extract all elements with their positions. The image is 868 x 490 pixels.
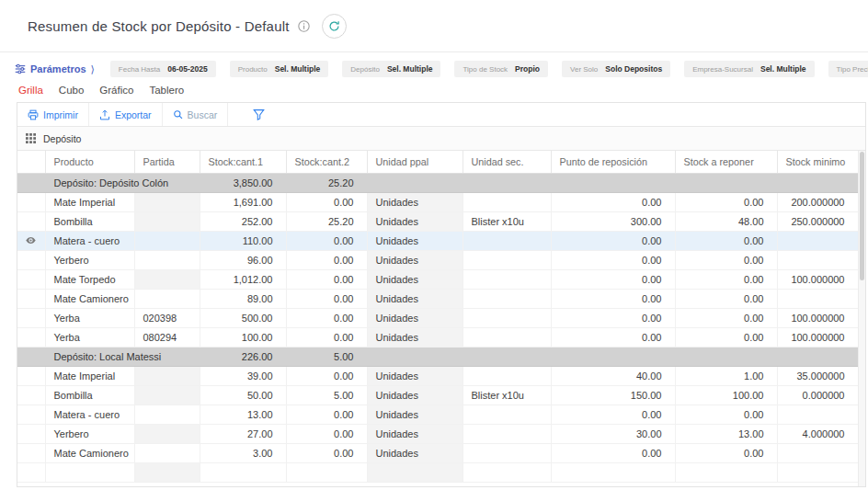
column-header[interactable] bbox=[17, 151, 45, 173]
group-row[interactable]: Depósito: Local Matessi 226.00 5.00 bbox=[17, 347, 858, 366]
sliders-icon bbox=[15, 63, 26, 74]
column-header-unidad-sec-[interactable]: Unidad sec. bbox=[463, 151, 551, 173]
column-header-partida[interactable]: Partida bbox=[134, 151, 200, 173]
table-row[interactable]: Yerbero 27.00 0.00 Unidades 30.00 13.00 … bbox=[17, 424, 858, 443]
row-eye-cell[interactable] bbox=[17, 385, 45, 405]
cell-partida bbox=[134, 231, 200, 250]
search-icon bbox=[173, 109, 183, 120]
parameter-chip-ver-solo[interactable]: Ver Solo Solo Depositos bbox=[562, 61, 670, 77]
column-header-stock-a-reponer[interactable]: Stock a reponer bbox=[675, 151, 777, 173]
row-eye-cell[interactable] bbox=[17, 327, 45, 347]
cell-unidad-ppal: Unidades bbox=[367, 289, 463, 308]
row-eye-cell[interactable] bbox=[17, 405, 45, 424]
table-row[interactable] bbox=[17, 462, 858, 482]
parameters-label: Parámetros bbox=[30, 63, 86, 74]
cell-punto-reposicion: 300.00 bbox=[551, 211, 675, 231]
search-button[interactable]: Buscar bbox=[163, 103, 229, 126]
cell-stock-a-reponer: 48.00 bbox=[675, 211, 777, 231]
column-header-stock-cant-2[interactable]: Stock:cant.2 bbox=[286, 151, 367, 173]
vertical-scrollbar[interactable] bbox=[858, 151, 865, 486]
export-button[interactable]: Exportar bbox=[89, 103, 163, 126]
row-eye-cell[interactable] bbox=[17, 308, 45, 327]
tab-cubo[interactable]: Cubo bbox=[59, 85, 85, 96]
row-eye-cell[interactable] bbox=[17, 289, 45, 308]
cell-unidad-sec: Blister x10u bbox=[463, 211, 551, 231]
parameter-chip-deposito[interactable]: Depósito Sel. Multiple bbox=[342, 61, 440, 77]
cell-partida bbox=[134, 192, 200, 211]
cell-stock-cant1: 39.00 bbox=[200, 366, 286, 385]
parameter-chip-tipo-de-stock[interactable]: Tipo de Stock Propio bbox=[454, 61, 548, 77]
cell-partida bbox=[134, 289, 200, 308]
cell-punto-reposicion: 0.00 bbox=[551, 269, 675, 289]
cell-producto: Matera - cuero bbox=[45, 405, 134, 424]
tab-grafico[interactable]: Gráfico bbox=[99, 85, 133, 96]
cell-unidad-sec bbox=[463, 289, 551, 308]
column-header-unidad-ppal[interactable]: Unidad ppal bbox=[367, 151, 463, 173]
info-icon[interactable] bbox=[298, 20, 310, 32]
cell-punto-reposicion: 0.00 bbox=[551, 308, 675, 327]
row-eye-cell[interactable] bbox=[17, 231, 45, 250]
column-header-producto[interactable]: Producto bbox=[45, 151, 134, 173]
table-row[interactable]: Yerba 020398 500.00 0.00 Unidades 0.00 0… bbox=[17, 308, 858, 327]
printer-icon bbox=[28, 109, 39, 120]
scrollbar-thumb[interactable] bbox=[860, 152, 864, 280]
row-eye-cell[interactable] bbox=[17, 424, 45, 443]
cell-stock-a-reponer: 1.00 bbox=[675, 366, 777, 385]
row-eye-cell[interactable] bbox=[17, 250, 45, 269]
parameter-chip-producto[interactable]: Producto Sel. Multiple bbox=[230, 61, 329, 77]
cell-partida bbox=[134, 366, 200, 385]
table-row[interactable]: Mate Imperial 39.00 0.00 Unidades 40.00 … bbox=[17, 366, 858, 385]
cell-stock-cant2: 0.00 bbox=[286, 231, 367, 250]
table-row[interactable]: Mate Imperial 1,691.00 0.00 Unidades 0.0… bbox=[17, 192, 858, 211]
table-row[interactable]: Matera - cuero 110.00 0.00 Unidades 0.00… bbox=[17, 231, 858, 250]
parameters-toggle[interactable]: Parámetros ⟩ bbox=[15, 63, 95, 75]
cell-stock-minimo bbox=[777, 250, 858, 269]
row-eye-cell[interactable] bbox=[17, 462, 45, 482]
cell-stock-a-reponer: 0.00 bbox=[675, 250, 777, 269]
column-header-stock-cant-1[interactable]: Stock:cant.1 bbox=[200, 151, 286, 173]
cell-stock-cant1: 1,012.00 bbox=[200, 269, 286, 289]
cell-stock-minimo: 0.000000 bbox=[777, 385, 858, 405]
cell-stock-cant2: 0.00 bbox=[286, 192, 367, 211]
group-row[interactable]: Depósito: Depósito Colón 3,850.00 25.20 bbox=[17, 173, 858, 192]
row-eye-cell[interactable] bbox=[17, 443, 45, 462]
page-title: Resumen de Stock por Depósito - Default bbox=[28, 18, 290, 34]
cell-stock-cant2: 5.00 bbox=[286, 385, 367, 405]
cell-partida bbox=[134, 211, 200, 231]
table-row[interactable]: Matera - cuero 13.00 0.00 Unidades 0.00 … bbox=[17, 405, 858, 424]
table-header-row: ProductoPartidaStock:cant.1Stock:cant.2U… bbox=[17, 151, 858, 173]
row-eye-cell[interactable] bbox=[17, 211, 45, 231]
table-row[interactable]: Mate Camionero 89.00 0.00 Unidades 0.00 … bbox=[17, 289, 858, 308]
row-eye-cell[interactable] bbox=[17, 269, 45, 289]
table-row[interactable]: Mate Torpedo 1,012.00 0.00 Unidades 0.00… bbox=[17, 269, 858, 289]
parameter-chip-tipo-precio[interactable]: Tipo Precio Costo Standa bbox=[828, 61, 868, 77]
cell-unidad-sec: Blister x10u bbox=[463, 385, 551, 405]
top-bar: Resumen de Stock por Depósito - Default bbox=[0, 0, 868, 52]
filter-button[interactable] bbox=[253, 103, 265, 126]
parameter-chip-fecha-hasta[interactable]: Fecha Hasta 06-05-2025 bbox=[110, 61, 216, 77]
table-row[interactable]: Bombilla 50.00 5.00 Unidades Blister x10… bbox=[17, 385, 858, 405]
cell-stock-cant1: 96.00 bbox=[200, 250, 286, 269]
tab-tablero[interactable]: Tablero bbox=[149, 85, 184, 96]
row-eye-cell[interactable] bbox=[17, 366, 45, 385]
cell-stock-minimo bbox=[777, 462, 858, 482]
cell-stock-cant1 bbox=[200, 462, 286, 482]
group-by-bar[interactable]: Depósito bbox=[17, 127, 865, 151]
parameter-value: Solo Depositos bbox=[605, 64, 662, 74]
parameter-chip-empresa-sucursal[interactable]: Empresa-Sucursal Sel. Multiple bbox=[684, 61, 814, 77]
table-row[interactable]: Yerba 080294 100.00 0.00 Unidades 0.00 0… bbox=[17, 327, 858, 347]
table-row[interactable]: Mate Camionero 3.00 0.00 Unidades 0.00 0… bbox=[17, 443, 858, 462]
view-tabs: GrillaCuboGráficoTablero bbox=[0, 77, 868, 96]
print-button[interactable]: Imprimir bbox=[17, 103, 89, 126]
column-header-punto-de-reposicion[interactable]: Punto de reposición bbox=[551, 151, 675, 173]
row-eye-cell[interactable] bbox=[17, 192, 45, 211]
table-row[interactable]: Yerbero 96.00 0.00 Unidades 0.00 0.00 bbox=[17, 250, 858, 269]
cell-unidad-sec bbox=[463, 366, 551, 385]
refresh-button[interactable] bbox=[322, 14, 347, 39]
cell-producto: Yerba bbox=[45, 327, 134, 347]
column-header-stock-minimo[interactable]: Stock minimo bbox=[777, 151, 858, 173]
cell-stock-cant2: 25.20 bbox=[286, 211, 367, 231]
cell-unidad-sec bbox=[463, 308, 551, 327]
tab-grilla[interactable]: Grilla bbox=[18, 85, 43, 96]
table-row[interactable]: Bombilla 252.00 25.20 Unidades Blister x… bbox=[17, 211, 858, 231]
